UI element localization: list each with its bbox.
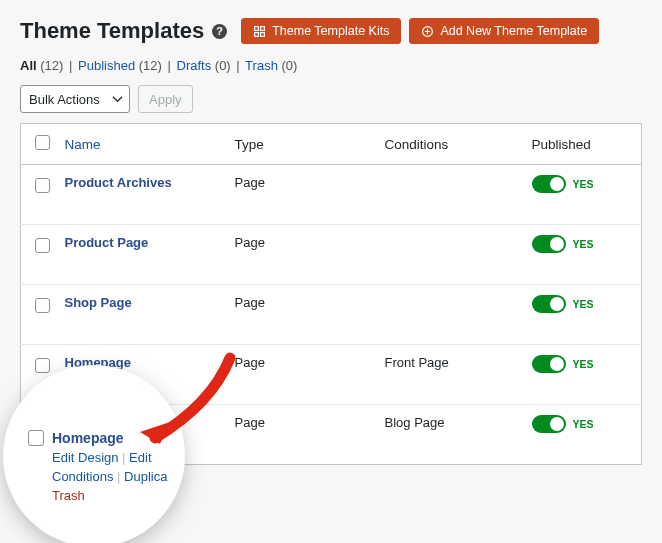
row-checkbox[interactable] — [35, 358, 50, 373]
row-conditions: Blog Page — [375, 405, 522, 465]
add-template-button[interactable]: Add New Theme Template — [409, 18, 599, 44]
row-title[interactable]: Shop Page — [65, 295, 132, 310]
row-type: Page — [225, 405, 375, 465]
add-template-label: Add New Theme Template — [440, 24, 587, 38]
row-conditions — [375, 165, 522, 225]
row-type: Page — [225, 285, 375, 345]
row-type: Page — [225, 225, 375, 285]
publish-state: YES — [573, 358, 594, 370]
publish-state: YES — [573, 238, 594, 250]
page-title: Theme Templates — [20, 18, 204, 44]
row-checkbox[interactable] — [35, 178, 50, 193]
zoom-edit-design[interactable]: Edit Design — [52, 450, 118, 465]
theme-kits-button[interactable]: Theme Template Kits — [241, 18, 401, 44]
table-row: Product PagePageYES — [21, 225, 642, 285]
col-conditions: Conditions — [375, 124, 522, 165]
col-name[interactable]: Name — [65, 137, 101, 152]
row-conditions — [375, 285, 522, 345]
filter-published[interactable]: Published — [78, 58, 135, 73]
table-row: Product ArchivesPageYES — [21, 165, 642, 225]
svg-rect-0 — [255, 26, 259, 30]
magnifier-overlay: Homepage Edit Design | Edit Conditions |… — [8, 370, 180, 542]
select-all-checkbox[interactable] — [35, 135, 50, 150]
svg-rect-2 — [255, 32, 259, 36]
zoom-checkbox[interactable] — [28, 430, 44, 446]
zoom-trash[interactable]: Trash — [52, 488, 85, 503]
row-checkbox[interactable] — [35, 298, 50, 313]
publish-state: YES — [573, 298, 594, 310]
row-type: Page — [225, 345, 375, 405]
filter-drafts[interactable]: Drafts — [177, 58, 212, 73]
publish-state: YES — [573, 418, 594, 430]
zoom-row-actions: Edit Design | Edit Conditions | Duplica … — [52, 449, 180, 506]
zoom-duplicate[interactable]: Duplica — [124, 469, 167, 484]
publish-toggle[interactable] — [532, 235, 566, 253]
filter-trash[interactable]: Trash — [245, 58, 278, 73]
publish-toggle[interactable] — [532, 175, 566, 193]
svg-rect-1 — [261, 26, 265, 30]
filter-all[interactable]: All — [20, 58, 37, 73]
zoom-row-title[interactable]: Homepage — [52, 430, 124, 446]
bulk-actions-select[interactable]: Bulk Actions — [20, 85, 130, 113]
row-checkbox[interactable] — [35, 238, 50, 253]
row-title[interactable]: Homepage — [65, 355, 131, 370]
chevron-down-icon — [112, 94, 123, 105]
row-type: Page — [225, 165, 375, 225]
help-icon[interactable]: ? — [212, 24, 227, 39]
row-conditions: Front Page — [375, 345, 522, 405]
publish-toggle[interactable] — [532, 355, 566, 373]
publish-state: YES — [573, 178, 594, 190]
bulk-actions-label: Bulk Actions — [29, 92, 100, 107]
publish-toggle[interactable] — [532, 415, 566, 433]
table-row: Shop PagePageYES — [21, 285, 642, 345]
theme-kits-label: Theme Template Kits — [272, 24, 389, 38]
row-title[interactable]: Product Page — [65, 235, 149, 250]
publish-toggle[interactable] — [532, 295, 566, 313]
svg-rect-3 — [261, 32, 265, 36]
row-title[interactable]: Product Archives — [65, 175, 172, 190]
apply-button[interactable]: Apply — [138, 85, 193, 113]
col-type: Type — [225, 124, 375, 165]
col-published: Published — [522, 124, 642, 165]
status-filters: All (12) | Published (12) | Drafts (0) |… — [20, 58, 642, 73]
row-conditions — [375, 225, 522, 285]
